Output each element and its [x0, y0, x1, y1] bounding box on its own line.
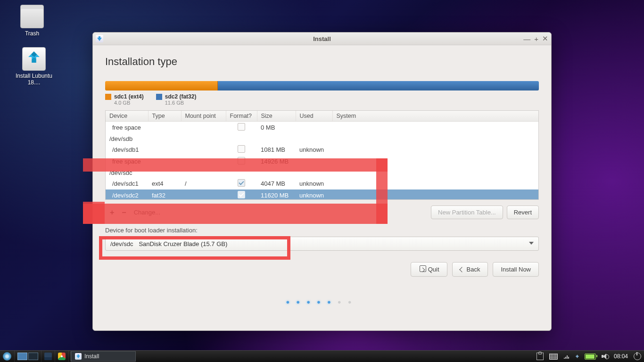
keyboard-icon [549, 354, 558, 360]
desktop-icon-installer[interactable]: Install Lubuntu 18.... [11, 47, 57, 86]
bootloader-desc: SanDisk Cruzer Blade (15.7 GB) [139, 240, 227, 247]
th-type[interactable]: Type [148, 111, 181, 122]
partition-legend: sdc1 (ext4) 4.0 GB sdc2 (fat32) 11.6 GB [105, 93, 539, 106]
th-used[interactable]: Used [296, 111, 332, 122]
bluetooth-icon: ⌖ [576, 353, 579, 360]
page-heading: Installation type [105, 56, 539, 68]
trash-icon [20, 5, 44, 28]
clipboard-icon [537, 353, 544, 360]
chromium-icon [58, 353, 66, 360]
table-row[interactable]: /dev/sdb11081 MBunknown [106, 144, 538, 156]
legend-item-sdc1: sdc1 (ext4) 4.0 GB [105, 93, 144, 106]
tray-bluetooth[interactable]: ⌖ [573, 353, 582, 360]
format-checkbox[interactable] [238, 157, 245, 165]
tray-keyboard[interactable] [546, 354, 561, 360]
installer-icon [22, 47, 46, 71]
close-button[interactable]: ✕ [542, 34, 548, 43]
tray-clipboard[interactable] [534, 353, 546, 360]
partition-table[interactable]: Device Type Mount point Format? Size Use… [105, 110, 539, 200]
maximize-button[interactable]: + [534, 35, 538, 43]
quit-button[interactable]: Quit [411, 262, 447, 277]
step-indicator: ●●●●●●● [105, 298, 539, 305]
th-device[interactable]: Device [106, 111, 148, 122]
legend-name: sdc2 (fat32) [165, 93, 197, 100]
browser-launcher[interactable] [55, 351, 69, 362]
titlebar[interactable]: Install — + ✕ [93, 33, 551, 45]
minimize-button[interactable]: — [523, 35, 530, 43]
remove-partition-button[interactable]: − [122, 208, 126, 217]
legend-item-sdc2: sdc2 (fat32) 11.6 GB [156, 93, 197, 106]
file-manager-launcher[interactable] [41, 351, 55, 362]
tray-sound[interactable] [599, 353, 611, 360]
bootloader-device: /dev/sdc [110, 240, 133, 247]
taskbar-app-label: Install [84, 353, 99, 360]
bootloader-label: Device for boot loader installation: [105, 227, 539, 234]
show-desktop-button[interactable] [15, 351, 41, 362]
taskbar[interactable]: Install ⌖ 08:04 [0, 350, 644, 362]
speaker-icon [602, 353, 608, 360]
th-size[interactable]: Size [257, 111, 296, 122]
th-system[interactable]: System [332, 111, 538, 122]
legend-size: 11.6 GB [165, 100, 197, 106]
tray-clock[interactable]: 08:04 [611, 353, 631, 360]
file-manager-icon [44, 353, 52, 360]
new-partition-table-button[interactable]: New Partition Table... [431, 206, 503, 219]
format-checkbox[interactable] [238, 179, 245, 187]
revert-button[interactable]: Revert [507, 206, 539, 219]
battery-icon [585, 354, 596, 360]
legend-swatch-fat32 [156, 94, 162, 100]
tray-network[interactable] [561, 353, 573, 360]
format-checkbox[interactable] [238, 123, 245, 131]
change-partition-button[interactable]: Change... [134, 209, 160, 216]
system-tray: ⌖ 08:04 [534, 351, 644, 362]
table-row[interactable]: /dev/sdc2fat3211620 MBunknown [106, 189, 538, 200]
table-header-row: Device Type Mount point Format? Size Use… [106, 111, 538, 122]
table-row[interactable]: free space0 MB [106, 122, 538, 134]
format-checkbox[interactable] [238, 191, 245, 198]
back-button[interactable]: Back [452, 262, 488, 277]
tray-battery[interactable] [582, 354, 599, 360]
table-row[interactable]: /dev/sdc [106, 167, 538, 178]
table-row[interactable]: /dev/sdb [106, 133, 538, 144]
desktop-icon-label: Install Lubuntu 18.... [11, 73, 57, 86]
power-icon [634, 353, 641, 360]
partition-usage-bar [105, 81, 539, 90]
legend-name: sdc1 (ext4) [114, 93, 144, 100]
lubuntu-logo-icon [3, 352, 11, 361]
th-format[interactable]: Format? [226, 111, 257, 122]
app-icon [75, 353, 82, 360]
bootloader-device-select[interactable]: /dev/sdc SanDisk Cruzer Blade (15.7 GB) [105, 237, 539, 251]
install-window: Install — + ✕ Installation type sdc1 (ex… [92, 32, 552, 331]
legend-swatch-ext4 [105, 94, 111, 100]
tray-power[interactable] [631, 353, 644, 360]
chevron-left-icon [460, 266, 464, 273]
desktop-icon-trash[interactable]: Trash [11, 5, 53, 37]
window-title: Install [93, 35, 551, 42]
install-now-button[interactable]: Install Now [493, 262, 539, 277]
legend-size: 4.0 GB [114, 100, 144, 106]
network-icon [563, 353, 570, 360]
quit-icon [419, 265, 425, 273]
add-partition-button[interactable]: + [110, 208, 114, 217]
th-mount[interactable]: Mount point [181, 111, 226, 122]
format-checkbox[interactable] [238, 145, 245, 153]
desktop-icon-label: Trash [11, 30, 53, 37]
start-menu-button[interactable] [0, 351, 15, 362]
partition-seg-sdc1 [105, 81, 218, 90]
taskbar-app-install[interactable]: Install [71, 351, 136, 362]
partition-seg-sdc2 [218, 81, 539, 90]
table-row[interactable]: free space14926 MB [106, 156, 538, 167]
chevron-down-icon [529, 242, 534, 245]
table-row[interactable]: /dev/sdc1ext4/4047 MBunknown [106, 178, 538, 189]
